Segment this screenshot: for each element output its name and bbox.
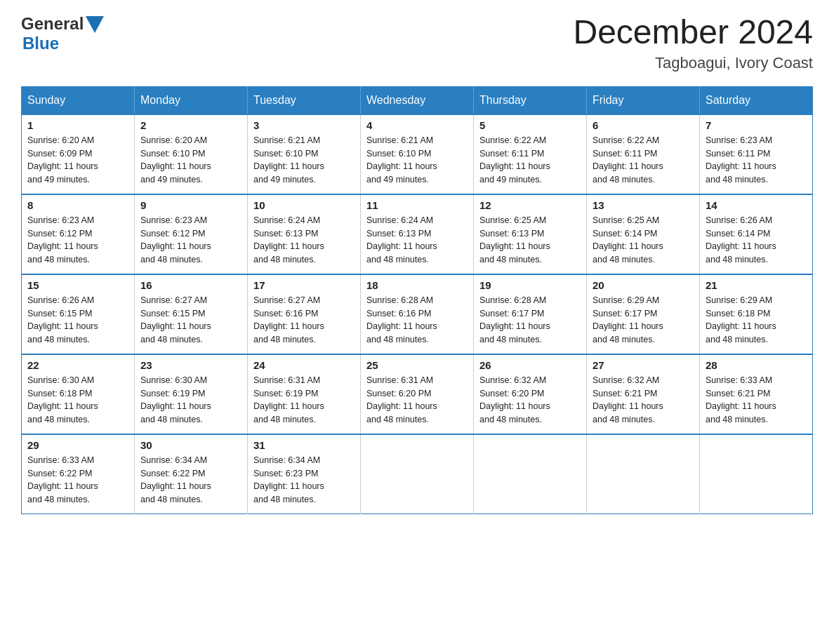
day-number: 8	[27, 199, 128, 211]
day-info: Sunrise: 6:34 AMSunset: 6:22 PMDaylight:…	[140, 454, 241, 507]
day-number: 15	[27, 279, 128, 291]
calendar-cell: 4Sunrise: 6:21 AMSunset: 6:10 PMDaylight…	[361, 114, 474, 194]
day-info: Sunrise: 6:27 AMSunset: 6:15 PMDaylight:…	[140, 294, 241, 347]
calendar-cell: 1Sunrise: 6:20 AMSunset: 6:09 PMDaylight…	[22, 114, 135, 194]
month-title: December 2024	[573, 14, 813, 51]
day-number: 30	[140, 439, 241, 451]
location-subtitle: Tagboagui, Ivory Coast	[573, 54, 813, 72]
day-number: 14	[706, 199, 807, 211]
day-info: Sunrise: 6:20 AMSunset: 6:10 PMDaylight:…	[140, 134, 241, 187]
day-info: Sunrise: 6:21 AMSunset: 6:10 PMDaylight:…	[253, 134, 355, 187]
logo-general-text: General	[21, 14, 84, 34]
day-info: Sunrise: 6:31 AMSunset: 6:20 PMDaylight:…	[366, 374, 468, 427]
calendar-cell: 26Sunrise: 6:32 AMSunset: 6:20 PMDayligh…	[474, 354, 587, 434]
calendar-cell: 28Sunrise: 6:33 AMSunset: 6:21 PMDayligh…	[700, 354, 813, 434]
calendar-cell	[474, 434, 587, 514]
calendar-cell: 5Sunrise: 6:22 AMSunset: 6:11 PMDaylight…	[474, 114, 587, 194]
weekday-header-monday: Monday	[135, 86, 248, 114]
weekday-header-sunday: Sunday	[22, 86, 135, 114]
day-number: 24	[253, 359, 355, 371]
day-info: Sunrise: 6:20 AMSunset: 6:09 PMDaylight:…	[27, 134, 128, 187]
calendar-cell: 24Sunrise: 6:31 AMSunset: 6:19 PMDayligh…	[248, 354, 361, 434]
weekday-header-row: SundayMondayTuesdayWednesdayThursdayFrid…	[22, 86, 813, 114]
calendar-cell: 7Sunrise: 6:23 AMSunset: 6:11 PMDaylight…	[700, 114, 813, 194]
day-info: Sunrise: 6:22 AMSunset: 6:11 PMDaylight:…	[479, 134, 581, 187]
day-number: 17	[253, 279, 355, 291]
logo: General Blue	[21, 14, 104, 53]
calendar-cell: 6Sunrise: 6:22 AMSunset: 6:11 PMDaylight…	[587, 114, 700, 194]
day-info: Sunrise: 6:27 AMSunset: 6:16 PMDaylight:…	[253, 294, 355, 347]
day-number: 3	[253, 119, 355, 131]
calendar-cell: 18Sunrise: 6:28 AMSunset: 6:16 PMDayligh…	[361, 274, 474, 354]
day-info: Sunrise: 6:26 AMSunset: 6:15 PMDaylight:…	[27, 294, 128, 347]
day-number: 26	[479, 359, 581, 371]
day-number: 1	[27, 119, 128, 131]
day-info: Sunrise: 6:21 AMSunset: 6:10 PMDaylight:…	[366, 134, 468, 187]
day-info: Sunrise: 6:23 AMSunset: 6:11 PMDaylight:…	[706, 134, 807, 187]
calendar-cell: 21Sunrise: 6:29 AMSunset: 6:18 PMDayligh…	[700, 274, 813, 354]
calendar-cell	[700, 434, 813, 514]
day-number: 19	[479, 279, 581, 291]
calendar-cell: 29Sunrise: 6:33 AMSunset: 6:22 PMDayligh…	[22, 434, 135, 514]
day-number: 12	[479, 199, 581, 211]
day-info: Sunrise: 6:22 AMSunset: 6:11 PMDaylight:…	[593, 134, 694, 187]
day-info: Sunrise: 6:33 AMSunset: 6:22 PMDaylight:…	[27, 454, 128, 507]
day-info: Sunrise: 6:28 AMSunset: 6:17 PMDaylight:…	[479, 294, 581, 347]
day-info: Sunrise: 6:25 AMSunset: 6:14 PMDaylight:…	[593, 214, 694, 267]
calendar-cell: 13Sunrise: 6:25 AMSunset: 6:14 PMDayligh…	[587, 194, 700, 274]
calendar-cell	[361, 434, 474, 514]
day-number: 22	[27, 359, 128, 371]
calendar-cell: 12Sunrise: 6:25 AMSunset: 6:13 PMDayligh…	[474, 194, 587, 274]
calendar-cell: 30Sunrise: 6:34 AMSunset: 6:22 PMDayligh…	[135, 434, 248, 514]
calendar-cell: 27Sunrise: 6:32 AMSunset: 6:21 PMDayligh…	[587, 354, 700, 434]
day-info: Sunrise: 6:32 AMSunset: 6:21 PMDaylight:…	[593, 374, 694, 427]
calendar-cell: 23Sunrise: 6:30 AMSunset: 6:19 PMDayligh…	[135, 354, 248, 434]
page-header: General Blue December 2024 Tagboagui, Iv…	[21, 14, 813, 72]
calendar-cell: 8Sunrise: 6:23 AMSunset: 6:12 PMDaylight…	[22, 194, 135, 274]
day-info: Sunrise: 6:33 AMSunset: 6:21 PMDaylight:…	[706, 374, 807, 427]
day-info: Sunrise: 6:31 AMSunset: 6:19 PMDaylight:…	[253, 374, 355, 427]
calendar-week-row: 29Sunrise: 6:33 AMSunset: 6:22 PMDayligh…	[22, 434, 813, 514]
day-number: 7	[706, 119, 807, 131]
day-info: Sunrise: 6:24 AMSunset: 6:13 PMDaylight:…	[366, 214, 468, 267]
weekday-header-saturday: Saturday	[700, 86, 813, 114]
weekday-header-friday: Friday	[587, 86, 700, 114]
day-info: Sunrise: 6:29 AMSunset: 6:18 PMDaylight:…	[706, 294, 807, 347]
day-info: Sunrise: 6:23 AMSunset: 6:12 PMDaylight:…	[140, 214, 241, 267]
day-number: 13	[593, 199, 694, 211]
calendar-cell	[587, 434, 700, 514]
day-info: Sunrise: 6:30 AMSunset: 6:18 PMDaylight:…	[27, 374, 128, 427]
day-info: Sunrise: 6:29 AMSunset: 6:17 PMDaylight:…	[593, 294, 694, 347]
calendar-cell: 31Sunrise: 6:34 AMSunset: 6:23 PMDayligh…	[248, 434, 361, 514]
calendar-cell: 3Sunrise: 6:21 AMSunset: 6:10 PMDaylight…	[248, 114, 361, 194]
calendar-week-row: 15Sunrise: 6:26 AMSunset: 6:15 PMDayligh…	[22, 274, 813, 354]
day-number: 21	[706, 279, 807, 291]
title-block: December 2024 Tagboagui, Ivory Coast	[573, 14, 813, 72]
day-number: 11	[366, 199, 468, 211]
day-number: 25	[366, 359, 468, 371]
day-number: 27	[593, 359, 694, 371]
calendar-cell: 22Sunrise: 6:30 AMSunset: 6:18 PMDayligh…	[22, 354, 135, 434]
calendar-cell: 17Sunrise: 6:27 AMSunset: 6:16 PMDayligh…	[248, 274, 361, 354]
calendar-week-row: 22Sunrise: 6:30 AMSunset: 6:18 PMDayligh…	[22, 354, 813, 434]
logo-blue-text: Blue	[22, 34, 59, 53]
weekday-header-wednesday: Wednesday	[361, 86, 474, 114]
calendar-cell: 9Sunrise: 6:23 AMSunset: 6:12 PMDaylight…	[135, 194, 248, 274]
day-info: Sunrise: 6:30 AMSunset: 6:19 PMDaylight:…	[140, 374, 241, 427]
calendar-cell: 25Sunrise: 6:31 AMSunset: 6:20 PMDayligh…	[361, 354, 474, 434]
day-number: 10	[253, 199, 355, 211]
calendar-cell: 11Sunrise: 6:24 AMSunset: 6:13 PMDayligh…	[361, 194, 474, 274]
calendar-week-row: 8Sunrise: 6:23 AMSunset: 6:12 PMDaylight…	[22, 194, 813, 274]
day-info: Sunrise: 6:28 AMSunset: 6:16 PMDaylight:…	[366, 294, 468, 347]
day-number: 6	[593, 119, 694, 131]
day-info: Sunrise: 6:24 AMSunset: 6:13 PMDaylight:…	[253, 214, 355, 267]
calendar-cell: 2Sunrise: 6:20 AMSunset: 6:10 PMDaylight…	[135, 114, 248, 194]
svg-marker-0	[86, 16, 104, 33]
day-info: Sunrise: 6:23 AMSunset: 6:12 PMDaylight:…	[27, 214, 128, 267]
logo-triangle-icon	[86, 16, 104, 33]
day-number: 31	[253, 439, 355, 451]
day-info: Sunrise: 6:34 AMSunset: 6:23 PMDaylight:…	[253, 454, 355, 507]
day-info: Sunrise: 6:26 AMSunset: 6:14 PMDaylight:…	[706, 214, 807, 267]
day-number: 29	[27, 439, 128, 451]
day-number: 9	[140, 199, 241, 211]
